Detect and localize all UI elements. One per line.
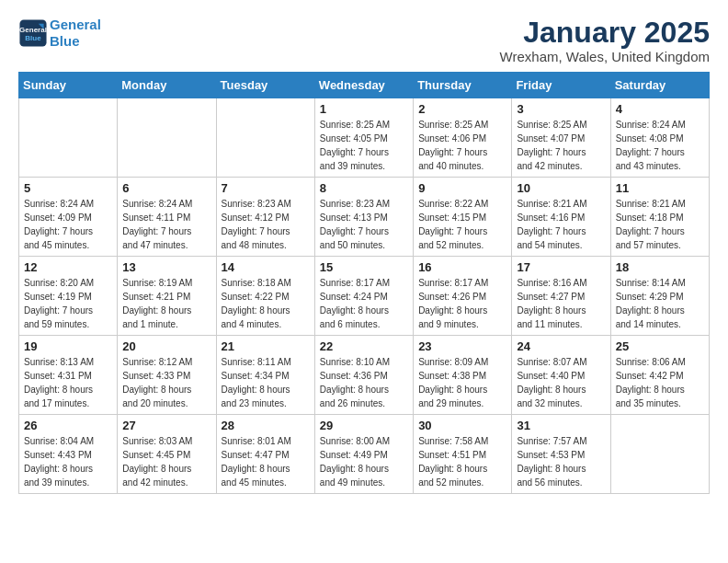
calendar-cell: 4Sunrise: 8:24 AM Sunset: 4:08 PM Daylig… (610, 98, 709, 178)
cell-day-number: 23 (418, 339, 506, 353)
calendar-cell: 3Sunrise: 8:25 AM Sunset: 4:07 PM Daylig… (512, 98, 610, 178)
calendar-cell: 19Sunrise: 8:13 AM Sunset: 4:31 PM Dayli… (19, 336, 118, 415)
cell-day-number: 6 (122, 181, 210, 195)
cell-info: Sunrise: 8:11 AM Sunset: 4:34 PM Dayligh… (222, 355, 310, 410)
calendar-cell: 11Sunrise: 8:21 AM Sunset: 4:18 PM Dayli… (610, 178, 709, 257)
cell-info: Sunrise: 8:04 AM Sunset: 4:43 PM Dayligh… (24, 434, 112, 489)
cell-info: Sunrise: 8:01 AM Sunset: 4:47 PM Dayligh… (222, 434, 310, 489)
cell-info: Sunrise: 8:21 AM Sunset: 4:18 PM Dayligh… (616, 197, 704, 252)
page: General Blue General Blue January 2025 W… (0, 0, 728, 511)
cell-day-number: 18 (616, 260, 704, 274)
calendar-cell (19, 98, 118, 178)
cell-info: Sunrise: 8:10 AM Sunset: 4:36 PM Dayligh… (320, 355, 408, 410)
calendar-cell: 26Sunrise: 8:04 AM Sunset: 4:43 PM Dayli… (19, 415, 118, 494)
cell-day-number: 13 (122, 260, 210, 274)
cell-info: Sunrise: 8:06 AM Sunset: 4:42 PM Dayligh… (616, 355, 704, 410)
calendar-cell: 5Sunrise: 8:24 AM Sunset: 4:09 PM Daylig… (19, 178, 118, 257)
calendar-cell (216, 98, 314, 178)
calendar-cell: 9Sunrise: 8:22 AM Sunset: 4:15 PM Daylig… (414, 178, 512, 257)
cell-day-number: 21 (222, 339, 310, 353)
calendar-cell: 6Sunrise: 8:24 AM Sunset: 4:11 PM Daylig… (118, 178, 216, 257)
calendar-cell: 21Sunrise: 8:11 AM Sunset: 4:34 PM Dayli… (216, 336, 314, 415)
svg-text:Blue: Blue (25, 34, 41, 42)
cell-info: Sunrise: 8:23 AM Sunset: 4:12 PM Dayligh… (222, 197, 310, 252)
calendar-cell: 23Sunrise: 8:09 AM Sunset: 4:38 PM Dayli… (414, 336, 512, 415)
cell-day-number: 25 (616, 339, 704, 353)
cell-info: Sunrise: 8:21 AM Sunset: 4:16 PM Dayligh… (517, 197, 605, 252)
day-header-wednesday: Wednesday (314, 73, 413, 98)
week-row-3: 12Sunrise: 8:20 AM Sunset: 4:19 PM Dayli… (19, 257, 710, 336)
header: General Blue General Blue January 2025 W… (18, 17, 710, 64)
cell-day-number: 29 (320, 419, 408, 432)
day-header-sunday: Sunday (19, 73, 118, 98)
calendar-cell: 24Sunrise: 8:07 AM Sunset: 4:40 PM Dayli… (512, 336, 610, 415)
calendar-cell: 14Sunrise: 8:18 AM Sunset: 4:22 PM Dayli… (216, 257, 314, 336)
cell-day-number: 10 (517, 181, 605, 195)
cell-info: Sunrise: 8:25 AM Sunset: 4:07 PM Dayligh… (517, 118, 605, 173)
calendar-cell: 10Sunrise: 8:21 AM Sunset: 4:16 PM Dayli… (512, 178, 610, 257)
cell-day-number: 2 (418, 102, 506, 116)
cell-info: Sunrise: 8:18 AM Sunset: 4:22 PM Dayligh… (222, 276, 310, 331)
week-row-1: 1Sunrise: 8:25 AM Sunset: 4:05 PM Daylig… (19, 98, 710, 178)
calendar-cell: 12Sunrise: 8:20 AM Sunset: 4:19 PM Dayli… (19, 257, 118, 336)
title-block: January 2025 Wrexham, Wales, United King… (500, 17, 710, 64)
calendar-cell: 22Sunrise: 8:10 AM Sunset: 4:36 PM Dayli… (314, 336, 413, 415)
calendar-cell: 28Sunrise: 8:01 AM Sunset: 4:47 PM Dayli… (216, 415, 314, 494)
cell-info: Sunrise: 8:09 AM Sunset: 4:38 PM Dayligh… (418, 355, 506, 410)
cell-day-number: 9 (418, 181, 506, 195)
calendar-cell: 20Sunrise: 8:12 AM Sunset: 4:33 PM Dayli… (118, 336, 216, 415)
calendar-cell: 17Sunrise: 8:16 AM Sunset: 4:27 PM Dayli… (512, 257, 610, 336)
cell-day-number: 17 (517, 260, 605, 274)
calendar-cell: 15Sunrise: 8:17 AM Sunset: 4:24 PM Dayli… (314, 257, 413, 336)
cell-day-number: 26 (24, 419, 112, 432)
day-header-monday: Monday (118, 73, 216, 98)
cell-info: Sunrise: 8:23 AM Sunset: 4:13 PM Dayligh… (320, 197, 408, 252)
cell-day-number: 14 (222, 260, 310, 274)
cell-info: Sunrise: 8:17 AM Sunset: 4:26 PM Dayligh… (418, 276, 506, 331)
logo-text: General Blue (50, 17, 101, 50)
cell-info: Sunrise: 8:24 AM Sunset: 4:11 PM Dayligh… (122, 197, 210, 252)
week-row-5: 26Sunrise: 8:04 AM Sunset: 4:43 PM Dayli… (19, 415, 710, 494)
cell-day-number: 11 (616, 181, 704, 195)
calendar-cell: 1Sunrise: 8:25 AM Sunset: 4:05 PM Daylig… (314, 98, 413, 178)
cell-info: Sunrise: 8:07 AM Sunset: 4:40 PM Dayligh… (517, 355, 605, 410)
cell-info: Sunrise: 8:16 AM Sunset: 4:27 PM Dayligh… (517, 276, 605, 331)
cell-day-number: 5 (24, 181, 112, 195)
cell-info: Sunrise: 7:58 AM Sunset: 4:51 PM Dayligh… (418, 434, 506, 489)
calendar-cell: 16Sunrise: 8:17 AM Sunset: 4:26 PM Dayli… (414, 257, 512, 336)
logo-icon: General Blue (18, 18, 48, 48)
cell-info: Sunrise: 8:24 AM Sunset: 4:09 PM Dayligh… (24, 197, 112, 252)
cell-info: Sunrise: 8:20 AM Sunset: 4:19 PM Dayligh… (24, 276, 112, 331)
cell-day-number: 27 (122, 419, 210, 432)
cell-day-number: 19 (24, 339, 112, 353)
cell-day-number: 20 (122, 339, 210, 353)
calendar-cell: 13Sunrise: 8:19 AM Sunset: 4:21 PM Dayli… (118, 257, 216, 336)
cell-day-number: 8 (320, 181, 408, 195)
cell-info: Sunrise: 8:03 AM Sunset: 4:45 PM Dayligh… (122, 434, 210, 489)
cell-day-number: 1 (320, 102, 408, 116)
cell-info: Sunrise: 8:25 AM Sunset: 4:06 PM Dayligh… (418, 118, 506, 173)
calendar-cell (610, 415, 709, 494)
cell-info: Sunrise: 8:19 AM Sunset: 4:21 PM Dayligh… (122, 276, 210, 331)
cell-info: Sunrise: 8:12 AM Sunset: 4:33 PM Dayligh… (122, 355, 210, 410)
calendar-cell: 7Sunrise: 8:23 AM Sunset: 4:12 PM Daylig… (216, 178, 314, 257)
calendar-cell: 2Sunrise: 8:25 AM Sunset: 4:06 PM Daylig… (414, 98, 512, 178)
calendar-cell: 18Sunrise: 8:14 AM Sunset: 4:29 PM Dayli… (610, 257, 709, 336)
cell-day-number: 15 (320, 260, 408, 274)
cell-info: Sunrise: 8:17 AM Sunset: 4:24 PM Dayligh… (320, 276, 408, 331)
cell-day-number: 30 (418, 419, 506, 432)
cell-info: Sunrise: 8:14 AM Sunset: 4:29 PM Dayligh… (616, 276, 704, 331)
cell-day-number: 16 (418, 260, 506, 274)
calendar-cell: 29Sunrise: 8:00 AM Sunset: 4:49 PM Dayli… (314, 415, 413, 494)
calendar-cell: 30Sunrise: 7:58 AM Sunset: 4:51 PM Dayli… (414, 415, 512, 494)
calendar-header-row: SundayMondayTuesdayWednesdayThursdayFrid… (19, 73, 710, 98)
cell-day-number: 4 (616, 102, 704, 116)
calendar-cell (118, 98, 216, 178)
day-header-tuesday: Tuesday (216, 73, 314, 98)
cell-info: Sunrise: 8:13 AM Sunset: 4:31 PM Dayligh… (24, 355, 112, 410)
day-header-thursday: Thursday (414, 73, 512, 98)
cell-info: Sunrise: 8:25 AM Sunset: 4:05 PM Dayligh… (320, 118, 408, 173)
cell-day-number: 31 (517, 419, 605, 432)
cell-day-number: 12 (24, 260, 112, 274)
subtitle: Wrexham, Wales, United Kingdom (500, 49, 710, 64)
